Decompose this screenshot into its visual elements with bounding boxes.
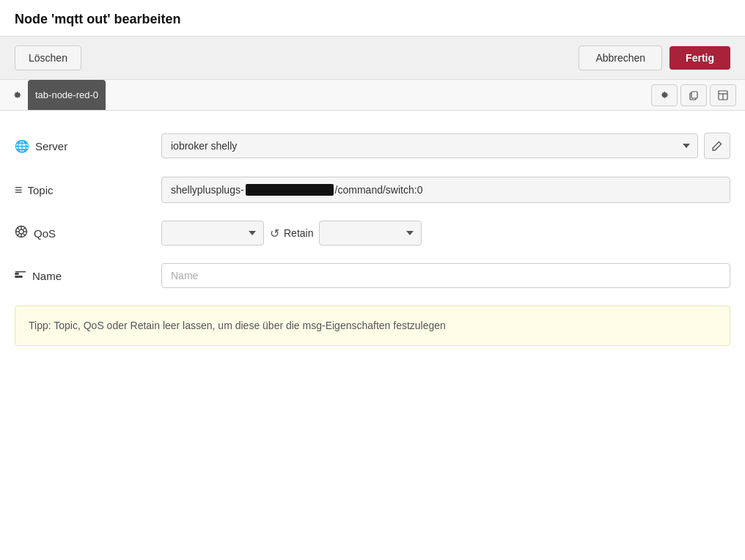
tab-layout-button[interactable]: [710, 84, 736, 106]
retain-select[interactable]: false true: [319, 221, 422, 246]
retain-icon: ↺: [270, 226, 279, 240]
name-label: Name: [15, 268, 161, 283]
cancel-button[interactable]: Abbrechen: [579, 45, 662, 70]
server-row: 🌐 Server iobroker shelly: [15, 133, 730, 159]
name-icon: [15, 268, 26, 283]
qos-label: QoS: [15, 225, 161, 241]
topic-redacted: [246, 184, 334, 196]
topic-text-before: shellyplusplugs-: [171, 184, 244, 196]
header: Node 'mqtt out' bearbeiten: [0, 0, 745, 37]
name-row: Name: [15, 263, 730, 288]
page-title: Node 'mqtt out' bearbeiten: [15, 12, 730, 27]
topic-label: ≡ Topic: [15, 183, 161, 198]
tip-box: Tipp: Topic, QoS oder Retain leer lassen…: [15, 306, 730, 346]
qos-icon: [15, 225, 28, 241]
name-label-text: Name: [32, 270, 62, 282]
topic-row: ≡ Topic shellyplusplugs- /command/switch…: [15, 177, 730, 203]
main-content: 🌐 Server iobroker shelly ≡ Topic shellyp…: [0, 111, 745, 361]
topic-input[interactable]: shellyplusplugs- /command/switch:0: [161, 177, 730, 203]
svg-rect-1: [691, 92, 697, 98]
tab-copy-button[interactable]: [680, 84, 707, 106]
qos-label-text: QoS: [34, 227, 56, 240]
server-label: 🌐 Server: [15, 139, 161, 153]
tab-bar: tab-node-red-0: [0, 80, 745, 111]
qos-control: 0 1 2 ↺ Retain false true: [161, 221, 730, 246]
delete-button[interactable]: Löschen: [15, 45, 81, 70]
name-input[interactable]: [161, 263, 730, 288]
svg-point-6: [19, 229, 23, 234]
tab-gear-icon: [9, 87, 25, 103]
server-icon: 🌐: [15, 139, 29, 153]
toolbar: Löschen Abbrechen Fertig: [0, 37, 745, 80]
qos-row: QoS 0 1 2 ↺ Retain false true: [15, 221, 730, 246]
tab-node-red-0[interactable]: tab-node-red-0: [28, 80, 106, 110]
retain-label-text: Retain: [284, 227, 313, 239]
topic-label-text: Topic: [28, 184, 54, 196]
done-button[interactable]: Fertig: [669, 46, 730, 70]
server-control: iobroker shelly: [161, 133, 730, 159]
topic-icon: ≡: [15, 183, 22, 198]
tab-settings-button[interactable]: [651, 84, 678, 106]
server-edit-button[interactable]: [704, 133, 730, 159]
server-label-text: Server: [35, 140, 67, 152]
topic-control: shellyplusplugs- /command/switch:0: [161, 177, 730, 203]
name-control: [161, 263, 730, 288]
retain-label: ↺ Retain: [270, 226, 313, 240]
tip-text: Tipp: Topic, QoS oder Retain leer lassen…: [29, 320, 446, 331]
server-select[interactable]: iobroker shelly: [161, 133, 698, 158]
topic-text-after: /command/switch:0: [335, 184, 423, 196]
tab-action-buttons: [651, 84, 736, 106]
qos-select[interactable]: 0 1 2: [161, 221, 264, 246]
